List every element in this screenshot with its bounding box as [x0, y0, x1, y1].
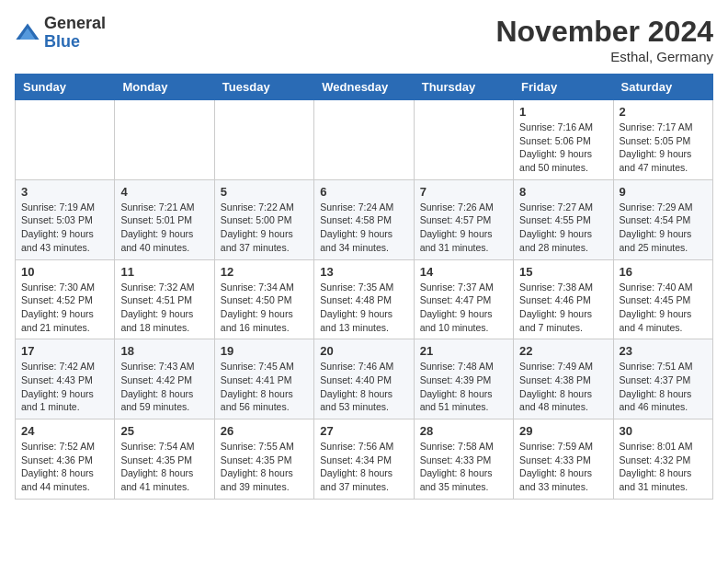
day-sunset: Sunset: 4:48 PM	[320, 294, 392, 305]
calendar-week-4: 17 Sunrise: 7:42 AM Sunset: 4:43 PM Dayl…	[16, 339, 713, 419]
calendar-cell-w4-d2: 18 Sunrise: 7:43 AM Sunset: 4:42 PM Dayl…	[115, 339, 214, 419]
day-number: 20	[320, 344, 407, 358]
day-sunrise: Sunrise: 7:58 AM	[420, 441, 494, 452]
calendar-cell-w2-d1: 3 Sunrise: 7:19 AM Sunset: 5:03 PM Dayli…	[16, 179, 115, 259]
day-number: 12	[221, 265, 308, 279]
day-sunset: Sunset: 5:01 PM	[120, 214, 192, 225]
day-number: 17	[21, 344, 108, 358]
calendar-cell-w5-d7: 30 Sunrise: 8:01 AM Sunset: 4:32 PM Dayl…	[613, 419, 712, 500]
day-sunset: Sunset: 4:41 PM	[221, 374, 292, 385]
day-number: 30	[620, 424, 707, 438]
day-sunset: Sunset: 4:47 PM	[420, 294, 492, 305]
day-number: 9	[620, 185, 707, 199]
calendar-cell-w2-d5: 7 Sunrise: 7:26 AM Sunset: 4:57 PM Dayli…	[414, 179, 513, 259]
day-number: 26	[221, 424, 308, 438]
day-number: 14	[420, 265, 507, 279]
day-number: 22	[519, 344, 607, 358]
calendar-cell-w1-d6: 1 Sunrise: 7:16 AM Sunset: 5:06 PM Dayli…	[514, 100, 613, 180]
calendar-cell-w4-d4: 20 Sunrise: 7:46 AM Sunset: 4:40 PM Dayl…	[314, 339, 414, 419]
day-number: 1	[519, 105, 607, 119]
calendar-cell-w2-d4: 6 Sunrise: 7:24 AM Sunset: 4:58 PM Dayli…	[314, 179, 414, 259]
logo-blue: Blue	[44, 32, 80, 51]
day-number: 5	[221, 185, 308, 199]
day-sunrise: Sunrise: 7:46 AM	[320, 361, 393, 372]
day-sunrise: Sunrise: 7:17 AM	[620, 121, 693, 132]
calendar-cell-w3-d2: 11 Sunrise: 7:32 AM Sunset: 4:51 PM Dayl…	[115, 259, 214, 339]
day-sunset: Sunset: 4:45 PM	[620, 294, 691, 305]
day-sunrise: Sunrise: 7:32 AM	[120, 282, 194, 293]
calendar-cell-w5-d4: 27 Sunrise: 7:56 AM Sunset: 4:34 PM Dayl…	[314, 419, 414, 500]
day-sunset: Sunset: 4:55 PM	[519, 214, 591, 225]
day-number: 27	[320, 424, 407, 438]
page-header: General Blue November 2024 Esthal, Germa…	[15, 15, 713, 64]
calendar-week-3: 10 Sunrise: 7:30 AM Sunset: 4:52 PM Dayl…	[16, 259, 713, 339]
day-daylight: Daylight: 8 hours and 56 minutes.	[221, 388, 293, 413]
day-daylight: Daylight: 8 hours and 39 minutes.	[221, 467, 293, 492]
day-number: 19	[221, 344, 308, 358]
col-sunday: Sunday	[16, 75, 115, 100]
day-number: 24	[21, 424, 108, 438]
calendar-cell-w3-d6: 15 Sunrise: 7:38 AM Sunset: 4:46 PM Dayl…	[514, 259, 613, 339]
calendar-table: Sunday Monday Tuesday Wednesday Thursday…	[15, 74, 713, 500]
calendar-week-5: 24 Sunrise: 7:52 AM Sunset: 4:36 PM Dayl…	[16, 419, 713, 500]
day-sunrise: Sunrise: 7:30 AM	[21, 282, 95, 293]
day-sunset: Sunset: 4:39 PM	[420, 374, 492, 385]
day-number: 11	[120, 265, 208, 279]
day-sunrise: Sunrise: 7:34 AM	[221, 282, 294, 293]
day-sunrise: Sunrise: 8:01 AM	[620, 441, 693, 452]
day-sunset: Sunset: 4:32 PM	[620, 454, 691, 465]
calendar-cell-w2-d3: 5 Sunrise: 7:22 AM Sunset: 5:00 PM Dayli…	[214, 179, 313, 259]
calendar-cell-w3-d7: 16 Sunrise: 7:40 AM Sunset: 4:45 PM Dayl…	[613, 259, 712, 339]
day-sunset: Sunset: 4:54 PM	[620, 214, 691, 225]
day-daylight: Daylight: 9 hours and 7 minutes.	[519, 308, 592, 333]
day-number: 10	[21, 265, 108, 279]
day-sunrise: Sunrise: 7:54 AM	[120, 441, 194, 452]
day-sunset: Sunset: 5:05 PM	[620, 135, 691, 146]
day-daylight: Daylight: 9 hours and 50 minutes.	[519, 148, 592, 173]
day-daylight: Daylight: 9 hours and 34 minutes.	[320, 228, 392, 253]
col-monday: Monday	[115, 75, 214, 100]
calendar-cell-w5-d6: 29 Sunrise: 7:59 AM Sunset: 4:33 PM Dayl…	[514, 419, 613, 500]
month-title: November 2024	[495, 15, 713, 49]
calendar-cell-w1-d5	[414, 100, 513, 180]
day-sunset: Sunset: 4:58 PM	[320, 214, 392, 225]
calendar-cell-w3-d5: 14 Sunrise: 7:37 AM Sunset: 4:47 PM Dayl…	[414, 259, 513, 339]
day-sunrise: Sunrise: 7:42 AM	[21, 361, 95, 372]
day-daylight: Daylight: 8 hours and 31 minutes.	[620, 467, 692, 492]
day-daylight: Daylight: 8 hours and 48 minutes.	[519, 388, 592, 413]
calendar-cell-w2-d2: 4 Sunrise: 7:21 AM Sunset: 5:01 PM Dayli…	[115, 179, 214, 259]
calendar-cell-w1-d3	[214, 100, 313, 180]
day-daylight: Daylight: 8 hours and 44 minutes.	[21, 467, 94, 492]
calendar-week-2: 3 Sunrise: 7:19 AM Sunset: 5:03 PM Dayli…	[16, 179, 713, 259]
day-sunrise: Sunrise: 7:21 AM	[120, 201, 194, 213]
day-daylight: Daylight: 8 hours and 37 minutes.	[320, 467, 392, 492]
calendar-cell-w4-d5: 21 Sunrise: 7:48 AM Sunset: 4:39 PM Dayl…	[414, 339, 513, 419]
day-sunrise: Sunrise: 7:35 AM	[320, 282, 393, 293]
day-sunrise: Sunrise: 7:29 AM	[620, 201, 693, 213]
day-sunrise: Sunrise: 7:27 AM	[519, 201, 593, 213]
calendar-cell-w5-d1: 24 Sunrise: 7:52 AM Sunset: 4:36 PM Dayl…	[16, 419, 115, 500]
calendar-cell-w1-d4	[314, 100, 414, 180]
day-sunrise: Sunrise: 7:26 AM	[420, 201, 494, 213]
day-sunset: Sunset: 4:50 PM	[221, 294, 292, 305]
day-daylight: Daylight: 8 hours and 53 minutes.	[320, 388, 392, 413]
day-sunset: Sunset: 4:35 PM	[221, 454, 292, 465]
col-friday: Friday	[514, 75, 613, 100]
day-sunrise: Sunrise: 7:16 AM	[519, 121, 593, 132]
col-thursday: Thursday	[414, 75, 513, 100]
day-number: 28	[420, 424, 507, 438]
day-sunrise: Sunrise: 7:38 AM	[519, 282, 593, 293]
day-daylight: Daylight: 9 hours and 25 minutes.	[620, 228, 692, 253]
day-daylight: Daylight: 9 hours and 31 minutes.	[420, 228, 493, 253]
day-sunset: Sunset: 4:43 PM	[21, 374, 93, 385]
day-sunrise: Sunrise: 7:19 AM	[21, 201, 95, 213]
day-number: 2	[620, 105, 707, 119]
day-sunrise: Sunrise: 7:43 AM	[120, 361, 194, 372]
day-number: 23	[620, 344, 707, 358]
day-number: 8	[519, 185, 607, 199]
calendar-cell-w4-d3: 19 Sunrise: 7:45 AM Sunset: 4:41 PM Dayl…	[214, 339, 313, 419]
logo: General Blue	[15, 15, 106, 52]
logo-icon	[15, 20, 40, 46]
col-saturday: Saturday	[613, 75, 712, 100]
col-tuesday: Tuesday	[214, 75, 313, 100]
